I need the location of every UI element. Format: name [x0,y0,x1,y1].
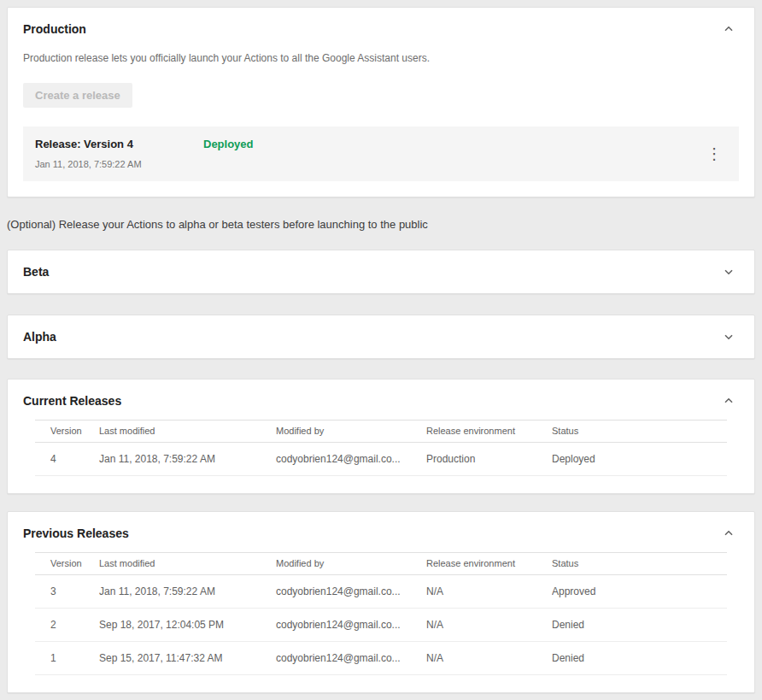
table-cell: Denied [552,642,727,675]
table-cell: codyobrien124@gmail.co... [276,642,426,675]
chevron-down-icon[interactable] [724,267,734,277]
table-cell: Sep 15, 2017, 11:47:32 AM [99,642,276,675]
column-header: Last modified [99,421,276,443]
column-header: Release environment [426,553,552,575]
release-info: Release: Version 4 Deployed Jan 11, 2018… [35,138,254,169]
table-row: 2Sep 18, 2017, 12:04:05 PMcodyobrien124@… [35,609,727,642]
current-releases-panel: Current Releases VersionLast modifiedMod… [7,379,755,494]
table-cell: Approved [552,575,727,609]
optional-note: (Optional) Release your Actions to alpha… [7,218,755,231]
release-name: Release: Version 4 [35,138,203,150]
table-cell: N/A [426,575,552,609]
column-header: Modified by [276,553,426,575]
table-cell: N/A [426,609,552,642]
chevron-up-icon[interactable] [724,24,734,34]
chevron-down-icon[interactable] [724,332,734,342]
table-cell: Jan 11, 2018, 7:59:22 AM [99,443,276,476]
production-description: Production release lets you officially l… [23,52,739,64]
release-date: Jan 11, 2018, 7:59:22 AM [35,159,254,169]
production-title: Production [23,22,86,36]
column-header: Version [35,421,99,443]
release-status-badge: Deployed [203,138,254,150]
table-row: 4Jan 11, 2018, 7:59:22 AMcodyobrien124@g… [35,443,727,476]
table-cell: codyobrien124@gmail.co... [276,609,426,642]
table-header-row: VersionLast modifiedModified byRelease e… [35,421,727,443]
table-cell: Deployed [552,443,727,476]
kebab-menu-icon[interactable]: ⋮ [701,144,727,163]
column-header: Status [552,421,727,443]
production-panel-header[interactable]: Production [8,8,754,50]
column-header: Status [552,553,727,575]
previous-releases-title: Previous Releases [23,526,129,540]
table-header-row: VersionLast modifiedModified byRelease e… [35,553,727,575]
table-cell: codyobrien124@gmail.co... [276,575,426,609]
production-panel: Production Production release lets you o… [7,7,755,197]
column-header: Release environment [426,421,552,443]
table-cell: Sep 18, 2017, 12:04:05 PM [99,609,276,642]
table-cell: 4 [35,443,99,476]
column-header: Last modified [99,553,276,575]
current-releases-header[interactable]: Current Releases [8,379,754,413]
table-cell: 1 [35,642,99,675]
alpha-panel-header[interactable]: Alpha [8,315,754,358]
current-releases-table: VersionLast modifiedModified byRelease e… [35,420,727,476]
alpha-title: Alpha [23,330,56,344]
previous-releases-table: VersionLast modifiedModified byRelease e… [35,552,727,675]
previous-releases-header[interactable]: Previous Releases [8,512,754,545]
table-cell: Production [426,443,552,476]
chevron-up-icon[interactable] [724,528,734,538]
table-row: 3Jan 11, 2018, 7:59:22 AMcodyobrien124@g… [35,575,727,609]
alpha-panel: Alpha [7,315,755,359]
beta-title: Beta [23,265,49,279]
table-cell: N/A [426,642,552,675]
chevron-up-icon[interactable] [724,396,734,406]
create-release-button[interactable]: Create a release [23,83,132,108]
table-cell: codyobrien124@gmail.co... [276,443,426,476]
column-header: Modified by [276,421,426,443]
page: Production Production release lets you o… [0,0,762,693]
deployed-release-row: Release: Version 4 Deployed Jan 11, 2018… [23,126,739,181]
production-body: Production release lets you officially l… [8,52,754,197]
table-cell: Jan 11, 2018, 7:59:22 AM [99,575,276,609]
column-header: Version [35,553,99,575]
table-cell: 3 [35,575,99,609]
current-releases-title: Current Releases [23,394,121,408]
beta-panel: Beta [7,250,755,294]
table-row: 1Sep 15, 2017, 11:47:32 AMcodyobrien124@… [35,642,727,675]
previous-releases-panel: Previous Releases VersionLast modifiedMo… [7,511,755,693]
beta-panel-header[interactable]: Beta [8,250,754,293]
table-cell: Denied [552,609,727,642]
table-cell: 2 [35,609,99,642]
